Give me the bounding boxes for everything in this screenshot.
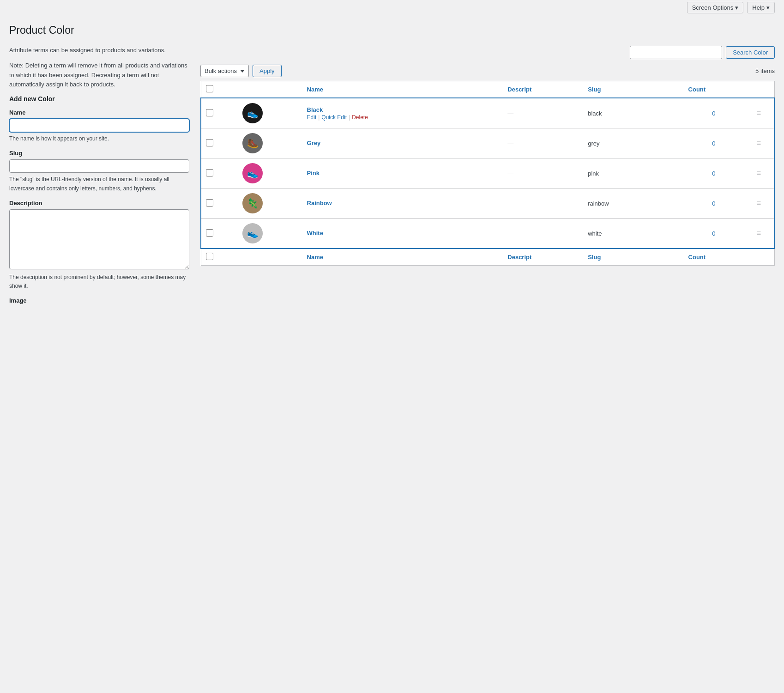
- select-all-checkbox[interactable]: [206, 85, 213, 92]
- row-drag-cell: ≡: [744, 98, 774, 128]
- select-all-footer-checkbox[interactable]: [206, 253, 213, 260]
- row-count-cell: 0: [684, 158, 744, 188]
- table-footer-row: Name Descript Slug Count: [201, 249, 774, 266]
- apply-button[interactable]: Apply: [253, 65, 282, 77]
- footer-name[interactable]: Name: [302, 249, 503, 266]
- drag-handle-icon[interactable]: ≡: [757, 169, 761, 177]
- bulk-left: Bulk actions Delete Apply: [200, 65, 282, 77]
- image-group: Image: [9, 297, 189, 304]
- row-description-cell: —: [503, 98, 583, 128]
- footer-thumb-cell: [238, 249, 302, 266]
- checkbox-white[interactable]: [206, 229, 213, 237]
- row-description-cell: —: [503, 128, 583, 158]
- table-row: 🥾Grey—grey0≡: [201, 128, 774, 158]
- row-checkbox-cell: [201, 219, 238, 249]
- description-textarea[interactable]: [9, 209, 189, 269]
- name-group: Name The name is how it appears on your …: [9, 109, 189, 143]
- table-row: 👟BlackEdit |Quick Edit |Delete—black0≡: [201, 98, 774, 128]
- row-name-cell: Pink: [302, 158, 503, 188]
- row-thumb-cell: 👟: [238, 158, 302, 188]
- row-count-cell: 0: [684, 188, 744, 219]
- search-bar: Search Color: [200, 46, 775, 59]
- search-color-button[interactable]: Search Color: [726, 46, 775, 59]
- header-checkbox-cell: [201, 81, 238, 98]
- row-drag-cell: ≡: [744, 128, 774, 158]
- row-slug-cell: black: [583, 98, 683, 128]
- footer-drag: [744, 249, 774, 266]
- color-name-black[interactable]: Black: [307, 106, 499, 113]
- row-count-cell: 0: [684, 219, 744, 249]
- count-grey[interactable]: 0: [712, 140, 715, 147]
- row-count-cell: 0: [684, 98, 744, 128]
- row-description-cell: —: [503, 158, 583, 188]
- header-thumb-cell: [238, 81, 302, 98]
- table-row: 🦎Rainbow—rainbow0≡: [201, 188, 774, 219]
- row-actions: Edit |Quick Edit |Delete: [307, 114, 499, 121]
- chevron-down-icon: ▾: [766, 4, 770, 11]
- row-description-cell: —: [503, 188, 583, 219]
- description-hint: The description is not prominent by defa…: [9, 273, 189, 291]
- screen-options-label: Screen Options: [692, 4, 734, 11]
- action-delete-black[interactable]: Delete: [352, 114, 368, 121]
- bulk-actions-bar: Bulk actions Delete Apply 5 items: [200, 65, 775, 77]
- checkbox-grey[interactable]: [206, 139, 213, 146]
- apply-label: Apply: [259, 67, 275, 74]
- checkbox-rainbow[interactable]: [206, 199, 213, 207]
- name-input[interactable]: [9, 119, 189, 132]
- action-edit-black[interactable]: Edit: [307, 114, 317, 121]
- main-layout: Attribute terms can be assigned to produ…: [9, 46, 775, 310]
- right-panel: Search Color Bulk actions Delete Apply 5…: [200, 46, 775, 266]
- row-thumb-cell: 👟: [238, 219, 302, 249]
- checkbox-black[interactable]: [206, 109, 213, 116]
- action-quick-edit-black[interactable]: Quick Edit: [321, 114, 347, 121]
- color-name-rainbow[interactable]: Rainbow: [307, 200, 499, 207]
- row-name-cell: Rainbow: [302, 188, 503, 219]
- row-name-cell: Grey: [302, 128, 503, 158]
- slug-input[interactable]: [9, 159, 189, 173]
- screen-options-button[interactable]: Screen Options ▾: [687, 2, 744, 13]
- color-name-grey[interactable]: Grey: [307, 140, 499, 146]
- intro-text-1: Attribute terms can be assigned to produ…: [9, 46, 189, 55]
- header-count[interactable]: Count: [684, 81, 744, 98]
- intro-text-2: Note: Deleting a term will remove it fro…: [9, 61, 189, 90]
- row-name-cell: BlackEdit |Quick Edit |Delete: [302, 98, 503, 128]
- count-pink[interactable]: 0: [712, 170, 715, 177]
- action-separator: |: [318, 114, 320, 121]
- count-rainbow[interactable]: 0: [712, 200, 715, 207]
- footer-slug[interactable]: Slug: [583, 249, 683, 266]
- count-black[interactable]: 0: [712, 110, 715, 117]
- description-label: Description: [9, 200, 189, 207]
- row-count-cell: 0: [684, 128, 744, 158]
- color-name-pink[interactable]: Pink: [307, 170, 499, 176]
- header-name[interactable]: Name: [302, 81, 503, 98]
- checkbox-pink[interactable]: [206, 169, 213, 176]
- color-table: Name Descript Slug Count: [200, 81, 775, 266]
- action-separator: |: [349, 114, 350, 121]
- description-group: Description The description is not promi…: [9, 200, 189, 291]
- slug-label: Slug: [9, 150, 189, 157]
- count-white[interactable]: 0: [712, 230, 715, 237]
- row-checkbox-cell: [201, 158, 238, 188]
- footer-description[interactable]: Descript: [503, 249, 583, 266]
- search-input[interactable]: [630, 46, 722, 59]
- drag-handle-icon[interactable]: ≡: [757, 199, 761, 207]
- header-description[interactable]: Descript: [503, 81, 583, 98]
- row-drag-cell: ≡: [744, 158, 774, 188]
- left-panel: Attribute terms can be assigned to produ…: [9, 46, 189, 310]
- color-name-white[interactable]: White: [307, 230, 499, 237]
- row-checkbox-cell: [201, 128, 238, 158]
- help-button[interactable]: Help ▾: [747, 2, 775, 13]
- row-drag-cell: ≡: [744, 188, 774, 219]
- table-header-row: Name Descript Slug Count: [201, 81, 774, 98]
- drag-handle-icon[interactable]: ≡: [757, 139, 761, 147]
- header-slug[interactable]: Slug: [583, 81, 683, 98]
- table-row: 👟Pink—pink0≡: [201, 158, 774, 188]
- items-count: 5 items: [755, 67, 775, 74]
- table-row: 👟White—white0≡: [201, 219, 774, 249]
- header-drag: [744, 81, 774, 98]
- drag-handle-icon[interactable]: ≡: [757, 229, 761, 237]
- drag-handle-icon[interactable]: ≡: [757, 109, 761, 117]
- footer-count[interactable]: Count: [684, 249, 744, 266]
- row-thumb-cell: 🦎: [238, 188, 302, 219]
- bulk-actions-select[interactable]: Bulk actions Delete: [200, 65, 249, 77]
